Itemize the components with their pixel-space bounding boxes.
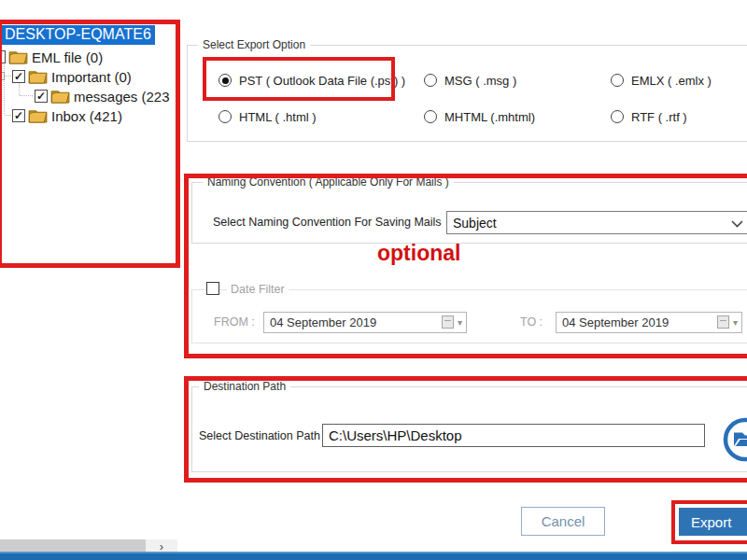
calendar-dropdown-icon[interactable]: ▾ <box>442 315 462 329</box>
browse-folder-button[interactable] <box>722 416 747 463</box>
folder-icon <box>28 69 48 84</box>
tree-item-label[interactable]: EML file (0) <box>32 49 103 65</box>
checkbox-checked-icon[interactable]: ✓ <box>12 70 25 83</box>
radio-icon[interactable] <box>424 74 437 87</box>
radio-option-mhtml[interactable]: MHTML (.mhtml) <box>424 107 535 126</box>
optional-annotation: optional <box>377 241 460 266</box>
tree-item-label[interactable]: messages (223 <box>74 89 170 105</box>
date-filter-checkbox[interactable]: ✓ <box>206 282 219 295</box>
radio-label: PST ( Outlook Data File (.pst) ) <box>239 74 405 88</box>
radio-label: MHTML (.mhtml) <box>444 110 535 124</box>
date-filter-label: Date Filter <box>227 283 289 296</box>
export-option-group: Select Export Option <box>187 45 747 142</box>
from-date-picker[interactable]: 04 September 2019 ▾ <box>263 312 467 333</box>
naming-convention-legend: Naming Convention ( Applicable Only For … <box>203 175 454 189</box>
radio-icon[interactable] <box>611 110 624 123</box>
to-date-picker[interactable]: 04 September 2019 ▾ <box>556 312 742 333</box>
tree-item-root[interactable]: DESKTOP-EQMATE6 <box>2 25 155 45</box>
window-bottom-bar <box>0 552 747 560</box>
radio-option-msg[interactable]: MSG ( .msg ) <box>424 71 516 90</box>
folder-icon <box>50 89 70 104</box>
folder-icon <box>8 49 28 64</box>
radio-label: EMLX ( .emlx ) <box>631 74 712 88</box>
radio-label: HTML ( .html ) <box>239 110 317 124</box>
naming-convention-select[interactable]: Subject <box>446 211 747 234</box>
tree-connector-line <box>20 95 33 96</box>
destination-legend: Destination Path <box>199 380 290 393</box>
chevron-down-icon <box>731 220 743 228</box>
tree-row-important[interactable]: ✓ Important (0) <box>12 67 132 86</box>
calendar-dropdown-icon[interactable]: ▾ <box>717 315 738 329</box>
export-button[interactable]: Export <box>679 508 747 536</box>
from-label: FROM : <box>214 315 255 329</box>
tree-row-messages[interactable]: ✓ messages (223 <box>35 87 170 105</box>
checkbox-checked-icon[interactable]: ✓ <box>35 90 48 103</box>
tree-item-label[interactable]: Important (0) <box>51 69 132 85</box>
tree-item-label[interactable]: Inbox (421) <box>51 108 122 124</box>
checkbox-checked-icon[interactable]: ✓ <box>12 109 25 122</box>
radio-icon[interactable] <box>611 74 624 87</box>
tree-connector-line <box>5 76 11 77</box>
naming-convention-value: Subject <box>453 216 497 231</box>
radio-label: MSG ( .msg ) <box>444 74 516 88</box>
destination-label: Select Destination Path <box>199 429 320 442</box>
tree-connector-line <box>4 58 5 114</box>
tree-connector-line <box>5 115 11 116</box>
tree-row-eml-file[interactable]: ✓ EML file (0) <box>0 48 103 66</box>
naming-convention-label: Select Naming Convention For Saving Mail… <box>213 216 442 229</box>
radio-option-html[interactable]: HTML ( .html ) <box>218 107 317 126</box>
to-label: TO : <box>520 315 543 329</box>
checkbox-checked-icon[interactable]: ✓ <box>0 50 6 63</box>
radio-option-pst[interactable]: PST ( Outlook Data File (.pst) ) <box>218 71 405 90</box>
cancel-button[interactable]: Cancel <box>521 507 605 536</box>
radio-label: RTF ( .rtf ) <box>631 110 687 124</box>
export-dialog: DESKTOP-EQMATE6 - ✓ EML file (0) ✓ Impor… <box>0 0 747 560</box>
from-date-value: 04 September 2019 <box>270 315 376 329</box>
radio-selected-icon[interactable] <box>218 74 232 87</box>
destination-path-value: C:\Users\HP\Desktop <box>329 427 462 443</box>
folder-icon <box>28 108 48 123</box>
radio-option-emlx[interactable]: EMLX ( .emlx ) <box>611 71 712 90</box>
to-date-value: 04 September 2019 <box>562 315 669 329</box>
radio-icon[interactable] <box>424 110 437 123</box>
destination-path-input[interactable]: C:\Users\HP\Desktop <box>322 424 705 447</box>
tree-row-inbox[interactable]: ✓ Inbox (421) <box>12 106 122 125</box>
tree-expand-toggle[interactable]: - <box>0 72 5 80</box>
export-option-legend: Select Export Option <box>198 38 310 51</box>
radio-option-rtf[interactable]: RTF ( .rtf ) <box>611 107 687 126</box>
radio-icon[interactable] <box>218 110 232 123</box>
